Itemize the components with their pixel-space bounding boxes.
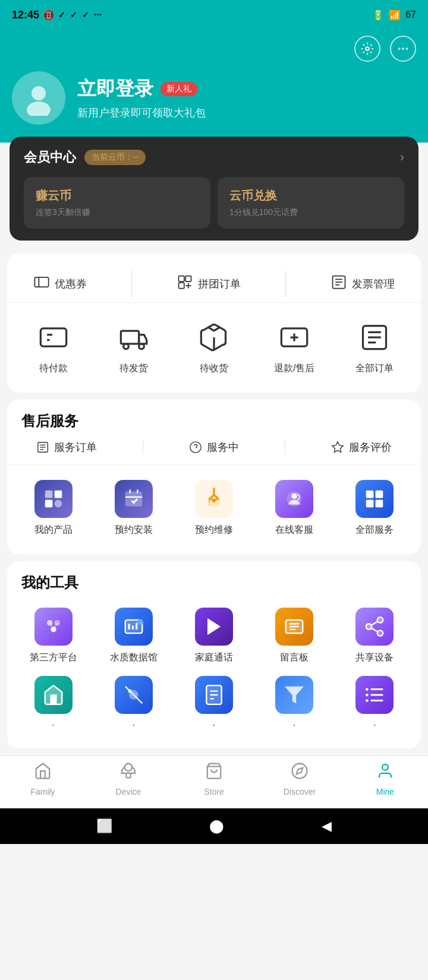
third-party-item[interactable]: 第三方平台: [24, 608, 83, 664]
svg-rect-43: [366, 491, 374, 498]
message-board-label: 留言板: [280, 652, 309, 664]
in-service-item[interactable]: 服务中: [189, 440, 239, 454]
tool-filter-item[interactable]: ·: [265, 676, 324, 731]
pending-payment-item[interactable]: 待付款: [24, 318, 83, 375]
more-button[interactable]: [390, 36, 416, 62]
system-nav-bar: ⬜ ⬤ ◀: [0, 808, 428, 844]
online-service-item[interactable]: 在线客服: [265, 480, 324, 536]
after-sale-section: 售后服务 服务订单 服务中 服务评价: [7, 400, 421, 554]
invoice-item[interactable]: 发票管理: [323, 270, 402, 298]
nav-mine[interactable]: Mine: [361, 762, 409, 796]
profile-row[interactable]: 立即登录 新人礼 新用户登录即可领取大礼包: [12, 71, 416, 125]
online-service-icon: [275, 480, 313, 518]
tool-list-item[interactable]: ·: [345, 676, 404, 731]
share-device-icon: [355, 608, 394, 646]
tools-title: 我的工具: [7, 573, 421, 602]
my-products-icon: [34, 480, 73, 518]
tool-water2-icon: [115, 676, 153, 714]
nav-store[interactable]: Store: [190, 762, 238, 796]
profile-title-row: 立即登录 新人礼: [77, 76, 416, 102]
exchange-coins-option[interactable]: 云币兑换 1分钱兑100元话费: [218, 177, 404, 229]
order-status-grid: 待付款 待发货 待收货: [7, 312, 421, 381]
third-party-label: 第三方平台: [30, 652, 77, 664]
tool-filter-icon: [275, 676, 313, 714]
earn-coins-option[interactable]: 赚云币 连签3天翻倍赚: [24, 177, 210, 229]
tool-water2-item[interactable]: ·: [104, 676, 163, 731]
tool-docs-icon: [195, 676, 233, 714]
svg-point-20: [139, 344, 144, 349]
coupon-item[interactable]: 优惠券: [26, 270, 94, 298]
pending-receive-label: 待收货: [200, 362, 228, 375]
sys-home-btn[interactable]: ⬤: [209, 818, 224, 834]
login-text[interactable]: 立即登录: [77, 76, 153, 102]
service-order-item[interactable]: 服务订单: [36, 440, 97, 454]
service-review-item[interactable]: 服务评价: [331, 440, 392, 454]
svg-rect-45: [366, 500, 374, 508]
profile-subtitle: 新用户登录即可领取大礼包: [77, 106, 416, 120]
family-call-item[interactable]: 家庭通话: [184, 608, 244, 664]
svg-rect-12: [178, 283, 184, 288]
svg-line-65: [372, 621, 378, 625]
status-time: 12:45 📵 ✓ ✓ ✓ ···: [12, 9, 102, 21]
pending-payment-label: 待付款: [39, 362, 68, 375]
my-products-item[interactable]: 我的产品: [24, 480, 83, 536]
after-sale-icon-grid: 我的产品 预约安装 ! 预约维修: [7, 474, 421, 542]
svg-point-5: [27, 102, 51, 116]
pending-ship-item[interactable]: 待发货: [104, 318, 163, 375]
nav-mine-label: Mine: [376, 787, 394, 796]
svg-point-2: [402, 48, 404, 50]
earn-coins-sub: 连签3天翻倍赚: [36, 207, 199, 218]
invoice-label: 发票管理: [352, 277, 395, 291]
refund-item[interactable]: 退款/售后: [265, 318, 324, 375]
nav-device-icon: [119, 762, 137, 784]
svg-rect-78: [126, 773, 131, 778]
svg-rect-36: [45, 500, 52, 508]
all-orders-item[interactable]: 全部订单: [345, 318, 404, 375]
signal-icon: 📵: [43, 10, 55, 21]
member-arrow-icon[interactable]: ›: [400, 150, 404, 165]
member-title: 会员中心: [24, 148, 76, 166]
tool-docs-item[interactable]: ·: [184, 676, 244, 731]
member-card[interactable]: 会员中心 当前云币：-- › 赚云币 连签3天翻倍赚 云币兑换 1分钱兑100元…: [10, 137, 418, 241]
all-services-item[interactable]: 全部服务: [345, 480, 404, 536]
tool-docs-label: ·: [213, 720, 215, 731]
pending-ship-icon: [115, 318, 153, 356]
nav-discover[interactable]: Discover: [276, 762, 323, 796]
tool-home-label: ·: [52, 720, 54, 731]
tools-row-1: 第三方平台 💧 水质数据馆 家庭通话: [7, 602, 421, 670]
water-data-label: 水质数据馆: [110, 652, 158, 664]
share-device-item[interactable]: 共享设备: [345, 608, 404, 664]
appt-install-icon: [115, 480, 153, 518]
message-board-item[interactable]: 留言板: [265, 608, 324, 664]
settings-button[interactable]: [354, 36, 380, 62]
tool-home-item[interactable]: ·: [24, 676, 83, 731]
all-orders-label: 全部订单: [355, 362, 394, 375]
appt-install-item[interactable]: 预约安装: [104, 480, 163, 536]
svg-rect-18: [121, 331, 139, 344]
svg-marker-81: [297, 768, 303, 774]
tool-water2-label: ·: [133, 720, 135, 731]
sys-square-btn[interactable]: ⬜: [96, 818, 112, 834]
order-section: 优惠券 拼团订单: [7, 254, 421, 393]
nav-device[interactable]: Device: [105, 762, 152, 796]
svg-point-82: [382, 764, 388, 770]
appt-install-label: 预约安装: [115, 524, 153, 536]
nav-family[interactable]: Family: [19, 762, 67, 796]
service-order-label: 服务订单: [54, 440, 97, 454]
pending-receive-item[interactable]: 待收货: [184, 318, 244, 375]
svg-marker-33: [332, 442, 343, 452]
tool-list-label: ·: [373, 720, 376, 731]
water-data-item[interactable]: 💧 水质数据馆: [104, 608, 163, 664]
svg-rect-35: [54, 491, 62, 498]
sys-back-btn[interactable]: ◀: [322, 818, 332, 834]
group-order-item[interactable]: 拼团订单: [169, 270, 248, 298]
svg-point-4: [32, 86, 46, 100]
exchange-sub: 1分钱兑100元话费: [229, 207, 392, 218]
service-div-2: [285, 440, 285, 454]
message-board-icon: [275, 608, 313, 646]
appt-repair-item[interactable]: ! 预约维修: [184, 480, 244, 536]
group-order-icon: [177, 274, 193, 294]
svg-rect-46: [376, 500, 383, 508]
refund-label: 退款/售后: [274, 362, 314, 375]
coupon-label: 优惠券: [55, 277, 87, 291]
